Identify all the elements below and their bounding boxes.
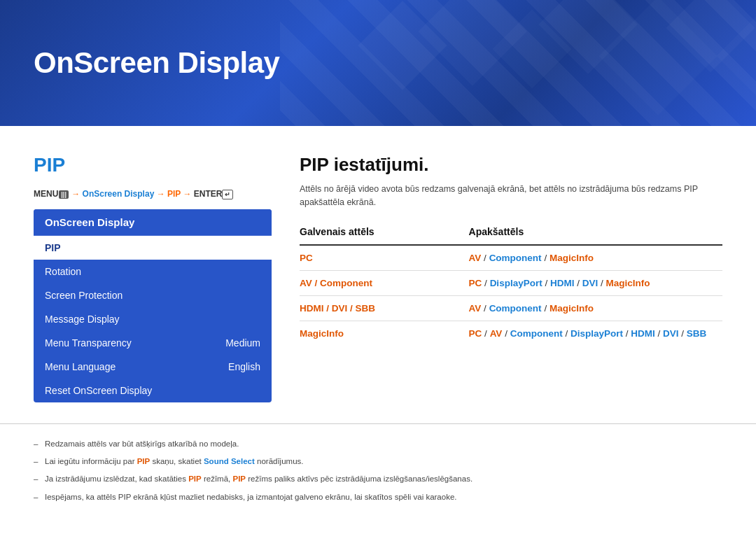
table-row: AV / ComponentPC / DisplayPort / HDMI / … — [300, 270, 722, 295]
sub-part: MagicInfo — [550, 303, 594, 314]
sub-part: / — [542, 278, 550, 288]
pip-description: Attēls no ārējā video avota būs redzams … — [300, 183, 722, 209]
sub-part: HDMI — [631, 328, 655, 339]
path-enter: ENTER↵ — [194, 189, 234, 199]
sub-part: / — [542, 253, 550, 263]
sub-part: AV — [469, 253, 482, 263]
menu-item-screen-protection-label: Screen Protection — [45, 290, 122, 301]
note-part: PIP — [232, 475, 246, 483]
menu-item-menu-language[interactable]: Menu Language English — [34, 355, 272, 379]
menu-item-menu-transparency-label: Menu Transparency — [45, 337, 132, 349]
sub-part: / — [655, 328, 663, 339]
col-main-header: Galvenais attēls — [300, 226, 469, 245]
sub-part: Component — [489, 253, 542, 263]
menu-label: MENU||| — [34, 189, 69, 199]
sub-part: AV — [490, 328, 503, 339]
sub-part: MagicInfo — [606, 278, 650, 288]
note-item: Redzamais attēls var būt atšķirīgs atkar… — [34, 438, 722, 450]
osd-menu-title: OnScreen Display — [34, 209, 272, 236]
sub-source: PC / DisplayPort / HDMI / DVI / MagicInf… — [469, 270, 722, 295]
menu-item-reset-osd[interactable]: Reset OnScreen Display — [34, 379, 272, 402]
osd-menu: OnScreen Display PIP Rotation Screen Pro… — [34, 209, 272, 402]
sub-part: / — [679, 328, 687, 339]
menu-language-value: English — [228, 361, 260, 372]
note-item: Lai iegūtu informāciju par PIP skaņu, sk… — [34, 456, 722, 468]
page-title: OnScreen Display — [34, 46, 279, 80]
menu-item-screen-protection[interactable]: Screen Protection — [34, 283, 272, 307]
sub-part: / — [482, 278, 489, 288]
sub-part: Component — [489, 303, 542, 314]
table-row: HDMI / DVI / SBBAV / Component / MagicIn… — [300, 295, 722, 321]
sub-part: DisplayPort — [490, 278, 542, 288]
sub-source: AV / Component / MagicInfo — [469, 245, 722, 271]
menu-item-message-display[interactable]: Message Display — [34, 307, 272, 331]
menu-item-menu-language-label: Menu Language — [45, 361, 115, 372]
right-panel: PIP iestatījumi. Attēls no ārējā video a… — [300, 154, 722, 402]
sub-part: / — [502, 328, 510, 339]
note-part: režīmā, — [202, 475, 233, 483]
menu-transparency-value: Medium — [225, 337, 260, 349]
note-part: Iespējams, ka attēls PIP ekrānā kļūst ma… — [45, 493, 457, 501]
sub-part: DVI — [582, 278, 598, 288]
table-row: MagicInfoPC / AV / Component / DisplayPo… — [300, 321, 722, 346]
menu-item-reset-osd-label: Reset OnScreen Display — [45, 385, 152, 396]
note-part: skaņu, skatiet — [150, 457, 204, 465]
sub-part: / — [542, 303, 550, 314]
sub-part: / — [482, 328, 489, 339]
sub-part: / — [623, 328, 631, 339]
col-sub-header: Apakšattēls — [469, 226, 722, 245]
note-part: Lai iegūtu informāciju par — [45, 457, 137, 465]
sub-part: DisplayPort — [570, 328, 623, 339]
note-item: Ja izstrādājumu izslēdzat, kad skatāties… — [34, 473, 722, 485]
menu-path: MENU||| → OnScreen Display → PIP → ENTER… — [34, 189, 272, 199]
left-panel: PIP MENU||| → OnScreen Display → PIP → E… — [34, 154, 272, 402]
sub-part: PC — [469, 278, 482, 288]
note-part: režīms paliks aktīvs pēc izstrādājuma iz… — [246, 475, 472, 483]
note-part: PIP — [137, 457, 150, 465]
sub-part: SBB — [687, 328, 707, 339]
pip-settings-title: PIP iestatījumi. — [300, 154, 722, 176]
path-pip: PIP — [167, 189, 181, 199]
note-part: Ja izstrādājumu izslēdzat, kad skatāties — [45, 475, 188, 483]
sub-part: DVI — [663, 328, 679, 339]
note-part: PIP — [188, 475, 202, 483]
header-banner: OnScreen Display — [0, 0, 756, 126]
menu-item-menu-transparency[interactable]: Menu Transparency Medium — [34, 331, 272, 355]
menu-item-rotation-label: Rotation — [45, 266, 81, 277]
main-source: HDMI / DVI / SBB — [300, 295, 469, 321]
table-row: PCAV / Component / MagicInfo — [300, 245, 722, 271]
decorative-diamonds — [336, 0, 756, 126]
menu-item-pip[interactable]: PIP — [34, 236, 272, 260]
sub-part: HDMI — [550, 278, 575, 288]
sub-part: PC — [469, 328, 482, 339]
sub-part: / — [481, 253, 489, 263]
menu-item-rotation[interactable]: Rotation — [34, 260, 272, 283]
menu-item-pip-label: PIP — [45, 242, 61, 253]
sub-part: / — [563, 328, 570, 339]
main-source: MagicInfo — [300, 321, 469, 346]
main-source: AV / Component — [300, 270, 469, 295]
notes-section: Redzamais attēls var būt atšķirīgs atkar… — [0, 423, 756, 523]
sub-part: AV — [469, 303, 482, 314]
menu-item-message-display-label: Message Display — [45, 314, 120, 325]
sub-part: / — [481, 303, 489, 314]
note-item: Iespējams, ka attēls PIP ekrānā kļūst ma… — [34, 491, 722, 503]
sub-part: MagicInfo — [550, 253, 594, 263]
main-content: PIP MENU||| → OnScreen Display → PIP → E… — [0, 126, 756, 416]
note-part: Sound Select — [204, 457, 255, 465]
sub-part: / — [574, 278, 582, 288]
main-source: PC — [300, 245, 469, 271]
note-part: norādījumus. — [255, 457, 304, 465]
pip-settings-table: Galvenais attēls Apakšattēls PCAV / Comp… — [300, 226, 722, 346]
path-osd: OnScreen Display — [83, 189, 155, 199]
pip-heading: PIP — [34, 154, 272, 176]
sub-part: / — [598, 278, 606, 288]
sub-part: Component — [510, 328, 563, 339]
sub-source: AV / Component / MagicInfo — [469, 295, 722, 321]
sub-source: PC / AV / Component / DisplayPort / HDMI… — [469, 321, 722, 346]
